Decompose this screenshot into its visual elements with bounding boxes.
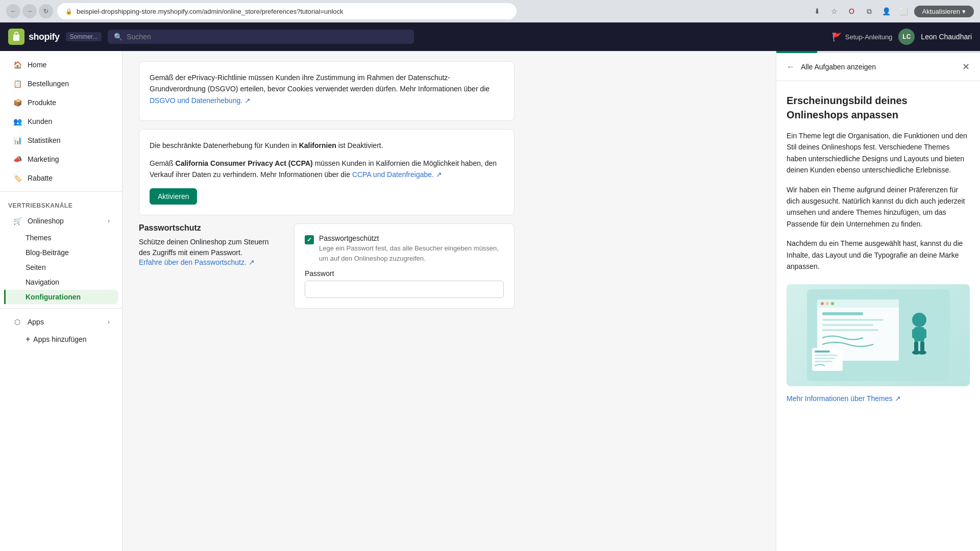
- password-field-label: Passwort: [305, 269, 504, 278]
- summer-badge: Sommer...: [66, 32, 102, 41]
- address-bar[interactable]: 🔒 beispiel-dropshipping-store.myshopify.…: [57, 3, 517, 19]
- panel-heading: Erscheinungsbild deines Onlineshops anpa…: [787, 93, 970, 122]
- sidebar-sub-item-blog[interactable]: Blog-Beiträge: [4, 245, 118, 260]
- right-panel-header: ← Alle Aufgaben anzeigen ✕: [776, 53, 980, 81]
- sidebar-item-marketing[interactable]: 📣 Marketing: [4, 150, 118, 168]
- sidebar-sub-item-add-apps[interactable]: + Apps hinzufügen: [4, 332, 118, 347]
- password-card: Passwortgeschützt Lege ein Passwort fest…: [294, 223, 514, 309]
- home-icon: 🏠: [12, 60, 22, 70]
- password-ext-icon: ↗: [249, 258, 255, 266]
- svg-rect-6: [822, 312, 863, 315]
- sidebar-sub-item-navigation[interactable]: Navigation: [4, 275, 118, 289]
- external-link-icon: ↗: [244, 96, 251, 105]
- sidebar-navigation: 🏠 Home 📋 Bestellungen 📦 Produkte 👥 Kunde…: [0, 51, 122, 352]
- password-section-desc: Schütze deinen Onlineshop zum Steuern de…: [139, 237, 282, 258]
- user-avatar: LC: [898, 29, 915, 45]
- sidebar-sub-item-seiten[interactable]: Seiten: [4, 260, 118, 274]
- svg-point-17: [918, 350, 926, 355]
- illustration-inner: [787, 284, 970, 386]
- sidebar-item-rabatte[interactable]: 🏷️ Rabatte: [4, 169, 118, 187]
- activate-button[interactable]: Aktivieren: [150, 188, 197, 205]
- flag-icon: 🚩: [832, 32, 842, 42]
- ccpa-external-icon: ↗: [436, 170, 442, 179]
- sidebar-item-produkte[interactable]: 📦 Produkte: [4, 93, 118, 112]
- sidebar-sub-item-konfigurationen[interactable]: Konfigurationen: [4, 290, 118, 304]
- sidebar: 🏠 Home 📋 Bestellungen 📦 Produkte 👥 Kunde…: [0, 51, 122, 551]
- search-icon: 🔍: [114, 33, 122, 41]
- vertriebskanaele-label: Vertriebskanäle: [0, 196, 122, 211]
- store-icon: 🛒: [12, 216, 22, 226]
- sidebar-sub-item-themes[interactable]: Themes: [4, 231, 118, 245]
- shopify-logo: shopify: [8, 29, 60, 45]
- search-bar[interactable]: 🔍: [108, 30, 414, 44]
- password-checkbox[interactable]: [305, 235, 314, 244]
- topbar-right: 🚩 Setup-Anleitung LC Leon Chaudhari: [832, 29, 972, 45]
- svg-rect-22: [815, 361, 832, 362]
- apps-icon: ⬡: [12, 317, 22, 327]
- topbar: shopify Sommer... 🔍 🚩 Setup-Anleitung LC…: [0, 22, 980, 51]
- svg-rect-13: [922, 329, 926, 338]
- content-inner: Gemäß der ePrivacy-Richtlinie müssen Kun…: [122, 51, 531, 335]
- svg-rect-8: [822, 324, 873, 326]
- update-button[interactable]: Aktualisieren ▾: [914, 6, 974, 17]
- reload-button[interactable]: ↻: [39, 4, 53, 18]
- panel-close-button[interactable]: ✕: [962, 61, 970, 72]
- app-layout: shopify Sommer... 🔍 🚩 Setup-Anleitung LC…: [0, 22, 980, 551]
- window-icon[interactable]: ⬜: [897, 4, 911, 18]
- svg-rect-15: [920, 341, 924, 352]
- opera-icon[interactable]: O: [845, 4, 859, 18]
- forward-button[interactable]: →: [22, 4, 37, 18]
- eprivacy-card: Gemäß der ePrivacy-Richtlinie müssen Kun…: [139, 61, 514, 121]
- download-icon[interactable]: ⬇: [810, 4, 824, 18]
- marketing-icon: 📣: [12, 154, 22, 164]
- password-section-title: Passwortschutz: [139, 223, 282, 233]
- svg-point-3: [821, 302, 824, 305]
- panel-back-button[interactable]: ←: [787, 62, 795, 71]
- ccpa-card: Die beschränkte Datenerhebung für Kunden…: [139, 129, 514, 215]
- analytics-icon: 📊: [12, 135, 22, 145]
- sidebar-item-apps[interactable]: ⬡ Apps ›: [4, 313, 118, 331]
- lock-icon: 🔒: [65, 8, 72, 15]
- right-panel: ← Alle Aufgaben anzeigen ✕ Erscheinungsb…: [776, 51, 980, 551]
- sidebar-item-bestellungen[interactable]: 📋 Bestellungen: [4, 74, 118, 93]
- expand-icon: ›: [108, 217, 110, 224]
- sidebar-item-home[interactable]: 🏠 Home: [4, 56, 118, 74]
- browser-actions: ⬇ ☆ O ⧉ 👤 ⬜ Aktualisieren ▾: [810, 4, 974, 18]
- ccpa-link[interactable]: CCPA und Datenfreigabe. ↗: [352, 170, 442, 179]
- panel-content: Erscheinungsbild deines Onlineshops anpa…: [776, 81, 980, 415]
- checkbox-sublabel: Lege ein Passwort fest, das alle Besuche…: [319, 243, 504, 263]
- back-button[interactable]: ←: [6, 4, 20, 18]
- svg-rect-20: [815, 355, 838, 356]
- sidebar-item-statistiken[interactable]: 📊 Statistiken: [4, 131, 118, 149]
- checkbox-content: Passwortgeschützt Lege ein Passwort fest…: [319, 234, 504, 263]
- ccpa-text-1: Die beschränkte Datenerhebung für Kunden…: [150, 140, 504, 151]
- password-input[interactable]: [305, 281, 504, 298]
- sidebar-item-onlineshop[interactable]: 🛒 Onlineshop ›: [4, 212, 118, 230]
- svg-rect-14: [914, 341, 918, 352]
- svg-rect-21: [815, 358, 835, 359]
- main-area: 🏠 Home 📋 Bestellungen 📦 Produkte 👥 Kunde…: [0, 51, 980, 551]
- products-icon: 📦: [12, 97, 22, 108]
- shopify-bag-icon: [11, 32, 21, 42]
- bookmark-icon[interactable]: ☆: [827, 4, 842, 18]
- svg-rect-12: [912, 329, 916, 338]
- profile-icon[interactable]: 👤: [879, 4, 894, 18]
- password-section-left: Passwortschutz Schütze deinen Onlineshop…: [139, 223, 282, 317]
- extensions-icon[interactable]: ⧉: [862, 4, 876, 18]
- logo-text: shopify: [29, 32, 60, 42]
- password-learn-link[interactable]: Erfahre über den Passwortschutz. ↗: [139, 258, 255, 266]
- ccpa-text-2: Gemäß California Consumer Privacy Act (C…: [150, 158, 504, 181]
- eprivacy-text: Gemäß der ePrivacy-Richtlinie müssen Kun…: [150, 72, 504, 106]
- browser-nav-buttons: ← → ↻: [6, 4, 53, 18]
- more-info-link[interactable]: Mehr Informationen über Themes ↗: [787, 394, 970, 403]
- setup-guide-button[interactable]: 🚩 Setup-Anleitung: [832, 32, 893, 42]
- search-input[interactable]: [127, 33, 408, 41]
- panel-text-3: Nachdem du ein Theme ausgewählt hast, ka…: [787, 238, 970, 272]
- dsgvo-link[interactable]: DSGVO und Datenerhebung. ↗: [150, 96, 251, 105]
- theme-illustration-svg: [807, 289, 950, 381]
- shopify-logo-icon: [8, 29, 24, 45]
- sidebar-item-kunden[interactable]: 👥 Kunden: [4, 112, 118, 131]
- svg-point-5: [831, 302, 834, 305]
- svg-rect-19: [815, 350, 830, 353]
- panel-illustration: [787, 284, 970, 386]
